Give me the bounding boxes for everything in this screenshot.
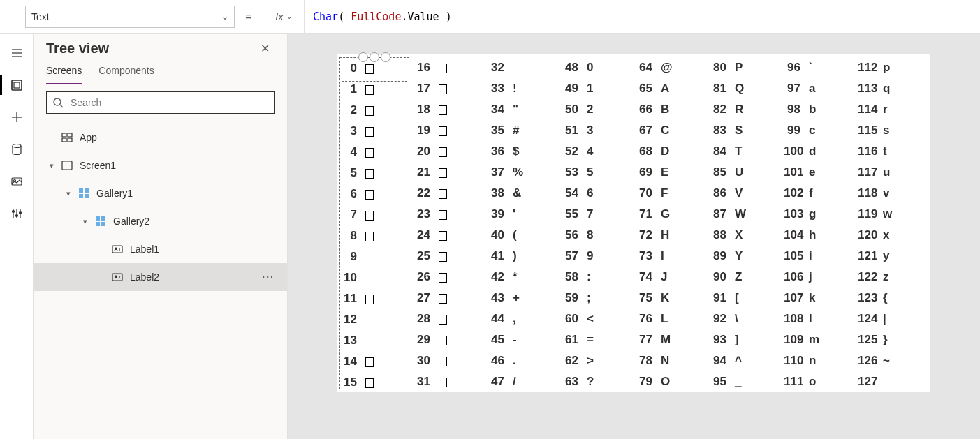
expander-icon[interactable]: ▾	[80, 217, 91, 226]
char-code: 16	[414, 61, 439, 75]
svg-rect-29	[101, 216, 105, 221]
table-row: 107k	[784, 288, 858, 308]
search-field[interactable]	[69, 96, 268, 109]
char-value: >	[587, 354, 608, 368]
char-value: 6	[587, 186, 608, 200]
close-icon[interactable]: ✕	[255, 42, 275, 55]
property-dropdown[interactable]: Text ⌄	[25, 6, 235, 28]
char-value: b	[809, 103, 830, 117]
table-row: 91[	[710, 288, 784, 308]
char-code: 107	[784, 291, 809, 305]
char-code: 101	[784, 165, 809, 179]
gallery-column[interactable]: 16171819202122232425262728293031	[414, 57, 488, 389]
char-value	[439, 333, 460, 347]
table-row: 94^	[710, 350, 784, 371]
tab-components[interactable]: Components	[98, 65, 154, 84]
table-row: 92\	[710, 308, 784, 329]
table-row: 40(	[488, 225, 562, 246]
media-button[interactable]	[0, 166, 34, 197]
tree-item-app[interactable]: App	[34, 124, 287, 151]
tree-item-gallery1[interactable]: ▾Gallery1	[34, 179, 287, 207]
char-code: 123	[858, 291, 883, 305]
table-row: 39'	[488, 204, 562, 225]
table-row: 28	[414, 308, 488, 329]
gallery-column[interactable]: 48049150251352453554655756857958:59;60<6…	[562, 57, 636, 389]
table-row: 42*	[488, 267, 562, 288]
char-code: 110	[784, 354, 809, 368]
gallery-column[interactable]: 3233!34"35#36$37%38&39'40(41)42*43+44,45…	[488, 57, 562, 389]
table-row: 98b	[784, 99, 858, 120]
canvas-area[interactable]: 0123456789101112131415161718192021222324…	[288, 34, 980, 439]
char-value: ;	[587, 291, 608, 305]
tree-view-button[interactable]	[0, 70, 34, 101]
svg-line-18	[60, 105, 63, 107]
table-row: 46.	[488, 350, 562, 371]
char-value: A	[661, 82, 682, 96]
gallery-column[interactable]: 64@65A66B67C68D69E70F71G72H73I74J75K76L7…	[636, 57, 710, 389]
insert-button[interactable]	[0, 102, 34, 133]
tree-item-label2[interactable]: Label2···	[34, 263, 287, 291]
expander-icon[interactable]: ▾	[46, 161, 57, 170]
table-row: 102f	[784, 183, 858, 204]
gallery-column[interactable]: 112p113q114r115s116t117u118v119w120x121y…	[858, 57, 932, 389]
table-row: 60<	[562, 308, 636, 329]
table-row: 14	[340, 351, 409, 372]
char-code: 120	[858, 228, 883, 242]
data-button[interactable]	[0, 134, 34, 165]
table-row: 41)	[488, 246, 562, 267]
expander-icon[interactable]: ▾	[63, 189, 74, 198]
char-value	[365, 124, 386, 138]
table-row: 13	[340, 330, 409, 351]
table-row: 31	[414, 371, 488, 392]
tree-item-gallery2[interactable]: ▾Gallery2	[34, 207, 287, 235]
char-value: e	[809, 165, 830, 179]
char-code: 39	[488, 207, 513, 221]
table-row: 90Z	[710, 267, 784, 288]
tree-item-label: Label2	[130, 271, 262, 283]
char-code: 0	[340, 61, 365, 75]
formula-input[interactable]: Char( FullCode.Value )	[305, 10, 980, 23]
tree-item-label: Gallery2	[113, 216, 287, 227]
selection-handles[interactable]	[358, 52, 390, 62]
char-value	[365, 208, 386, 222]
char-code: 118	[858, 186, 883, 200]
table-row: 108l	[784, 308, 858, 329]
app-canvas[interactable]: 0123456789101112131415161718192021222324…	[337, 54, 930, 392]
char-code: 55	[562, 207, 587, 221]
char-code: 42	[488, 270, 513, 284]
tree-item-screen1[interactable]: ▾Screen1	[34, 151, 287, 179]
gallery-column[interactable]: 0123456789101112131415	[339, 57, 409, 389]
char-code: 69	[636, 165, 661, 179]
char-value: L	[661, 312, 682, 326]
tab-screens[interactable]: Screens	[46, 65, 82, 84]
data-icon	[10, 142, 24, 156]
char-value	[439, 124, 460, 137]
char-code: 15	[340, 375, 365, 389]
gallery-column[interactable]: 96`97a98b99c100d101e102f103g104h105i106j…	[784, 57, 858, 389]
char-value: H	[661, 228, 682, 242]
fx-button[interactable]: fx ⌄	[263, 0, 305, 33]
gallery-column[interactable]: 80P81Q82R83S84T85U86V87W88X89Y90Z91[92\9…	[710, 57, 784, 389]
table-row: 77M	[636, 329, 710, 350]
hamburger-button[interactable]	[0, 38, 34, 68]
char-code: 114	[858, 103, 883, 117]
char-code: 80	[710, 61, 735, 75]
table-row: 109m	[784, 329, 858, 350]
svg-point-8	[13, 144, 21, 148]
table-row: 81Q	[710, 78, 784, 99]
char-value	[365, 145, 386, 159]
char-code: 61	[562, 333, 587, 347]
table-row: 61=	[562, 329, 636, 350]
table-row: 8	[340, 225, 409, 246]
table-row: 66B	[636, 99, 710, 120]
more-icon[interactable]: ···	[262, 271, 287, 283]
char-code: 105	[784, 249, 809, 263]
settings-button[interactable]	[0, 198, 34, 229]
table-row: 18	[414, 99, 488, 120]
char-code: 27	[414, 291, 439, 305]
tree-item-label1[interactable]: Label1	[34, 235, 287, 263]
table-row: 105i	[784, 246, 858, 267]
search-input[interactable]	[46, 91, 275, 114]
char-code: 88	[710, 228, 735, 242]
char-code: 68	[636, 144, 661, 158]
